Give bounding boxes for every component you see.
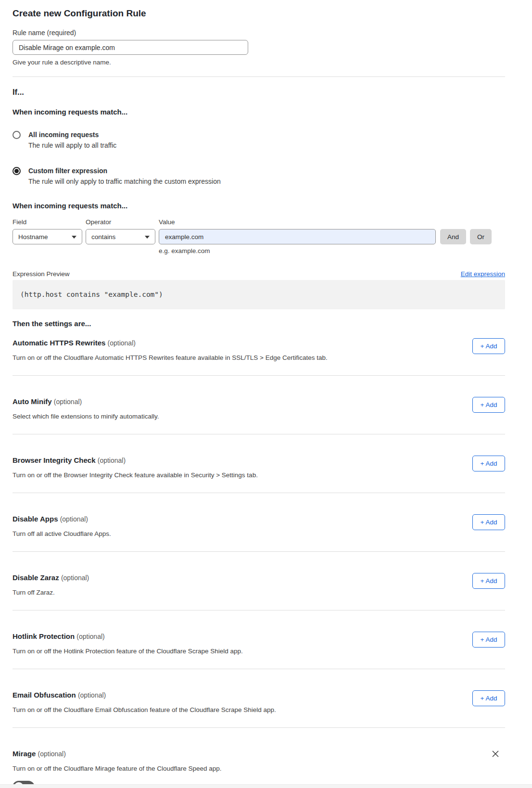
rule-name-label: Rule name (required) [13, 28, 505, 37]
page-title: Create new Configuration Rule [13, 7, 505, 20]
radio-description: The rule will only apply to traffic matc… [28, 177, 221, 186]
add-button[interactable]: + Add [472, 397, 505, 413]
operator-select[interactable]: contains [86, 229, 155, 244]
value-label: Value [159, 218, 175, 226]
setting-title: Browser Integrity Check (optional) [13, 456, 472, 465]
setting-title: Mirage (optional) [13, 749, 492, 759]
radio-label: All incoming requests [28, 130, 116, 139]
field-select-value: Hostname [18, 233, 48, 241]
add-button[interactable]: + Add [472, 514, 505, 530]
setting-mirage: Mirage (optional) Turn on or off the Clo… [13, 728, 505, 788]
setting-email-obfuscation: Email Obfuscation (optional) Turn on or … [13, 669, 505, 728]
settings-list: Automatic HTTPS Rewrites (optional) Turn… [13, 328, 505, 788]
operator-select-value: contains [91, 233, 115, 241]
setting-description: Turn on or off the Cloudflare Mirage fea… [13, 764, 492, 773]
section-divider [13, 76, 505, 77]
setting-description: Turn off all active Cloudflare Apps. [13, 530, 472, 538]
builder-controls: Hostname contains And Or [13, 229, 505, 244]
setting-title: Hotlink Protection (optional) [13, 632, 472, 641]
setting-auto-minify: Auto Minify (optional) Select which file… [13, 376, 505, 434]
chevron-down-icon [145, 236, 150, 239]
setting-title: Disable Apps (optional) [13, 514, 472, 524]
match-heading: When incoming requests match... [13, 107, 505, 117]
builder-labels: Field Operator Value [13, 218, 505, 226]
edit-expression-link[interactable]: Edit expression [461, 270, 505, 278]
setting-description: Turn on or off the Cloudflare Email Obfu… [13, 706, 472, 714]
then-settings-heading: Then the settings are... [13, 319, 505, 328]
expression-preview-row: Expression Preview Edit expression [13, 270, 505, 278]
add-button[interactable]: + Add [472, 573, 505, 589]
radio-label: Custom filter expression [28, 166, 221, 175]
rule-name-input[interactable] [13, 40, 248, 55]
setting-disable-apps: Disable Apps (optional) Turn off all act… [13, 493, 505, 552]
setting-hotlink-protection: Hotlink Protection (optional) Turn on or… [13, 610, 505, 669]
setting-description: Turn on or off the Browser Integrity Che… [13, 471, 472, 479]
rule-name-help: Give your rule a descriptive name. [13, 58, 505, 66]
setting-title: Email Obfuscation (optional) [13, 690, 472, 700]
add-button[interactable]: + Add [472, 338, 505, 354]
page-bottom-edge [0, 784, 532, 788]
setting-description: Turn on or off the Hotlink Protection fe… [13, 647, 472, 655]
field-label: Field [13, 218, 86, 226]
setting-title: Disable Zaraz (optional) [13, 573, 472, 583]
add-button[interactable]: + Add [472, 690, 505, 706]
create-configuration-rule-page: Create new Configuration Rule Rule name … [0, 0, 532, 788]
radio-all-incoming-requests[interactable]: All incoming requests The rule will appl… [13, 130, 505, 150]
setting-description: Select which file extensions to minify a… [13, 412, 472, 420]
chevron-down-icon [72, 236, 76, 239]
value-help: e.g. example.com [159, 247, 505, 255]
radio-unselected-icon[interactable] [13, 131, 21, 139]
or-button[interactable]: Or [470, 229, 492, 244]
close-icon[interactable] [492, 750, 499, 758]
setting-title: Auto Minify (optional) [13, 397, 472, 407]
builder-heading: When incoming requests match... [13, 201, 505, 211]
setting-description: Turn off Zaraz. [13, 588, 472, 597]
radio-description: The rule will apply to all traffic [28, 141, 116, 150]
expression-preview-label: Expression Preview [13, 270, 70, 278]
operator-label: Operator [86, 218, 159, 226]
if-heading: If... [13, 87, 505, 97]
setting-title: Automatic HTTPS Rewrites (optional) [13, 338, 472, 348]
expression-preview-code: (http.host contains "example.com") [13, 280, 505, 309]
setting-disable-zaraz: Disable Zaraz (optional) Turn off Zaraz.… [13, 552, 505, 610]
and-button[interactable]: And [440, 229, 466, 244]
setting-automatic-https-rewrites: Automatic HTTPS Rewrites (optional) Turn… [13, 328, 505, 376]
add-button[interactable]: + Add [472, 456, 505, 471]
field-select[interactable]: Hostname [13, 229, 82, 244]
setting-browser-integrity-check: Browser Integrity Check (optional) Turn … [13, 434, 505, 493]
setting-description: Turn on or off the Cloudflare Automatic … [13, 354, 472, 362]
radio-custom-filter-expression[interactable]: Custom filter expression The rule will o… [13, 166, 505, 186]
add-button[interactable]: + Add [472, 632, 505, 648]
value-input[interactable] [159, 229, 436, 244]
radio-selected-icon[interactable] [13, 167, 21, 175]
